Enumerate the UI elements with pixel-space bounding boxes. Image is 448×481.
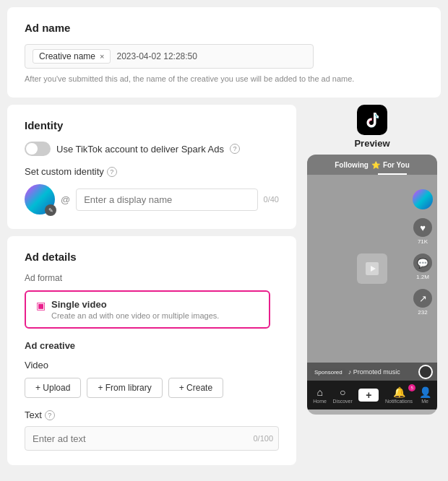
notification-badge: 5 [408,384,415,391]
avatar-edit-badge[interactable]: ✎ [45,204,56,216]
phone-top-bar: Following ⭐ For You [307,155,437,175]
comment-icon: 💬 [413,254,432,272]
video-placeholder-icon [357,254,387,284]
ad-text-input[interactable] [25,426,279,451]
ad-details-title: Ad details [25,251,279,263]
comment-count: 1.2M [416,274,429,280]
ad-text-wrapper: 0/100 [25,426,279,451]
discover-icon: ○ [340,386,345,398]
me-label: Me [421,399,428,404]
nav-notifications: 🔔 5 Notifications [385,386,413,404]
identity-card: Identity Use TikTok account to deliver S… [7,105,296,229]
ad-format-label: Ad format [25,273,279,283]
custom-identity-row: Set custom identity ? [25,166,279,177]
text-info-icon[interactable]: ? [45,410,55,420]
avatar[interactable]: ✎ [25,184,55,214]
phone-bottom-nav: ⌂ Home ○ Discover + 🔔 5 Notifications [307,381,437,410]
share-icon: ↗ [413,289,432,308]
nav-discover: ○ Discover [333,386,353,404]
upload-btn[interactable]: + Upload [25,378,81,398]
at-symbol: @ [61,194,70,205]
spark-ads-toggle-row: Use TikTok account to deliver Spark Ads … [25,142,279,156]
like-group: ♥ 71K [413,218,432,245]
comment-group: 💬 1.2M [413,254,432,280]
identity-title: Identity [25,119,279,131]
right-side-icons: ♥ 71K 💬 1.2M ↗ 232 [413,189,433,316]
preview-column: Preview Following ⭐ For You [303,105,441,465]
ad-details-card: Ad details Ad format ▣ Single video Crea… [7,236,296,465]
add-btn-icon: + [358,389,379,402]
phone-video-area: ♥ 71K 💬 1.2M ↗ 232 [307,175,437,363]
ad-name-helper: After you've submitted this ad, the name… [25,74,423,83]
promoted-music-text: ♪ Promoted music [348,368,415,376]
sponsored-bar: Sponsored ♪ Promoted music [307,363,437,381]
phone-preview: Following ⭐ For You [307,155,437,415]
preview-label: Preview [354,138,389,149]
ad-name-title: Ad name [25,22,423,34]
ad-text-char-count: 0/100 [253,434,273,443]
home-icon: ⌂ [316,386,322,398]
like-icon: ♥ [413,218,432,237]
notifications-icon: 🔔 [393,386,405,398]
text-label-text: Text [25,410,42,420]
spark-ads-info-icon[interactable]: ? [230,144,240,154]
me-icon: 👤 [419,386,431,398]
play-icon [364,261,380,277]
custom-identity-info-icon[interactable]: ? [107,167,117,177]
creative-name-tag[interactable]: Creative name × [33,49,111,64]
page-container: Ad name Creative name × 2023-04-02 12:28… [0,0,448,481]
display-name-input[interactable] [76,188,257,211]
date-value: 2023-04-02 12:28:50 [116,51,197,61]
nav-home: ⌂ Home [313,386,327,404]
preview-avatar [413,189,433,209]
left-column: Identity Use TikTok account to deliver S… [7,105,296,465]
video-label: Video [25,360,279,370]
create-btn[interactable]: + Create [168,378,223,398]
from-library-btn[interactable]: + From library [87,378,162,398]
tiktok-logo-box [357,105,387,135]
ad-name-card: Ad name Creative name × 2023-04-02 12:28… [7,7,441,98]
tiktok-logo-icon [363,110,382,129]
sponsored-badge: Sponsored [311,368,345,376]
format-option-text: Single video Create an ad with one video… [51,299,219,320]
tag-label: Creative name [39,51,95,61]
ad-creative-label: Ad creative [25,340,279,351]
nav-add[interactable]: + [358,389,379,402]
video-format-icon: ▣ [36,300,46,311]
text-section-label: Text ? [25,410,279,420]
share-group: ↗ 232 [413,289,432,316]
display-name-char-count: 0/40 [264,195,279,204]
spark-ads-toggle[interactable] [25,142,51,156]
like-count: 71K [418,238,428,245]
following-label: Following [335,161,369,169]
star-icon: ⭐ [371,161,380,169]
spark-ads-label: Use TikTok account to deliver Spark Ads [56,144,224,155]
tiktok-logo-area: Preview [354,105,389,149]
music-disc-icon [418,365,433,379]
tag-close-btn[interactable]: × [100,52,104,61]
format-option-desc: Create an ad with one video or multiple … [51,311,219,320]
nav-me: 👤 Me [419,386,431,404]
video-button-row: + Upload + From library + Create [25,378,279,398]
identity-input-row: ✎ @ 0/40 [25,184,279,214]
custom-identity-label-text: Set custom identity [25,166,104,177]
single-video-option[interactable]: ▣ Single video Create an ad with one vid… [25,290,270,329]
home-label: Home [313,399,327,404]
format-option-title: Single video [51,299,219,310]
ad-name-input-row[interactable]: Creative name × 2023-04-02 12:28:50 [25,44,314,69]
notifications-label: Notifications [385,399,413,404]
discover-label: Discover [333,399,353,404]
share-count: 232 [418,309,427,316]
for-you-label: For You [383,161,410,169]
main-row: Identity Use TikTok account to deliver S… [7,105,441,465]
